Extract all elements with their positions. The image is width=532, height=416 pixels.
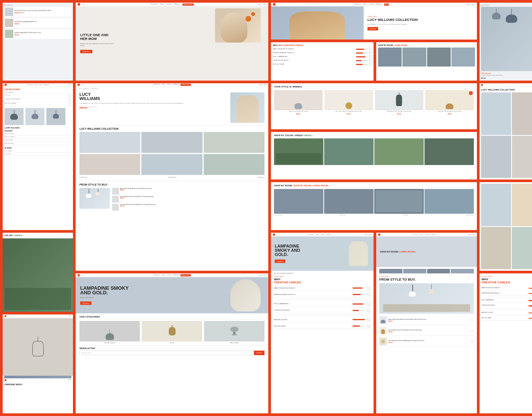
color-heading: SHOP BY COLOR: GREEN GREEN › — [274, 134, 474, 137]
card-top-center: Search ComponentsLampsLocationsMagazine … — [76, 3, 268, 81]
card-shop-room-teaser: SHOP BY ROOM: LIVING ROOM › — [376, 42, 477, 81]
card-from-style-full: Creative Cables FROM STYLE TO BUY. — [376, 273, 477, 413]
hero-cta[interactable]: Read More — [80, 50, 92, 53]
card-bottom-center-lampadine: Search ComponentsLampsLocationsMagazineB… — [76, 273, 268, 413]
lampadine-title: LAMPADINE SMOKY AND GOLD. — [275, 244, 309, 257]
tiny-nav-1: Build — [3, 378, 73, 382]
lampadine-nav: ComponentsLampsLocationsMagazine Log In … — [271, 233, 374, 237]
from-style-heading: FROM STYLE TO BUY. — [79, 183, 264, 186]
cat-table-lamps: TABLE LAMPS — [204, 342, 264, 344]
cat-bulbs: BULBS — [142, 342, 202, 344]
lucy-name: LUCYWILLIAMS — [79, 92, 227, 101]
sidebar-nav-bar: Components Lamps Locations Magazine Cart — [3, 83, 73, 87]
lampadine-btn[interactable]: Buy Now — [275, 260, 285, 263]
room-heading: SHOP BY ROOM: SHOP BY ROOM: LIVING ROOM … — [274, 184, 474, 187]
card-top-right: Best Sellers 10% discount Nordic Pendant… — [480, 3, 532, 81]
shop-room-nav: ComponentsLampsLocationsMagazine Log In … — [376, 233, 477, 237]
card-why-creative-full: Creative Cables WHYCREATIVE CABLES: FAMI… — [271, 273, 374, 413]
card-lucy-williams-page: Search ComponentsLampsLocationsMagazineB… — [76, 83, 268, 271]
card-style-minimal: YOUR STYLE IS: MINIMAL Loftframe Lupe 60… — [271, 83, 477, 129]
card-lucy-williams-hero: ComponentsLampsLocationsMagazineBuild Lo… — [271, 3, 477, 40]
card-why-creative-mini: WHY WHY CREATIVE CABLES: FAMILY PRODUCED… — [271, 42, 374, 81]
cat-pendant: PENDANT CABLES — [79, 342, 140, 344]
card-tiny-bottom-1: Build LAMPADINE SMOKY — [3, 378, 73, 413]
card-shop-room-living: SHOP BY ROOM: SHOP BY ROOM: LIVING ROOM … — [271, 182, 477, 230]
lucy-collection-title: LUCY WILLIAMS COLLECTION — [367, 18, 473, 22]
card-why-creative-right: Creative Cables WHYCREATIVE CABLES: FAMI… — [480, 273, 532, 413]
hero-title: LITTLE ONE AND HER MOM — [80, 33, 114, 41]
tr-nav: Best Sellers — [480, 83, 532, 87]
card-shop-color-green: SHOP BY COLOR: GREEN GREEN › — [271, 132, 477, 179]
lampadine-hero-title: LAMPADINE SMOKYAND GOLD. — [80, 286, 129, 295]
lampadine-bottom-nav: Search ComponentsLampsLocationsMagazineB… — [76, 273, 268, 277]
lucy-page-nav: Search ComponentsLampsLocationsMagazineB… — [76, 83, 268, 87]
nav-top-center: Search ComponentsLampsLocationsMagazine … — [76, 3, 268, 6]
page-wrapper: New Arrivals Nordic Tables Fabric covere… — [0, 0, 532, 416]
style-heading: YOUR STYLE IS: MINIMAL — [274, 86, 474, 88]
card-kitchen-categories — [480, 182, 532, 271]
card-product-list-top-left: New Arrivals Nordic Tables Fabric covere… — [3, 3, 73, 81]
nav-lucy: ComponentsLampsLocationsMagazineBuild Lo… — [271, 3, 477, 6]
card-sidebar-nav: Components Lamps Locations Magazine Cart… — [3, 83, 73, 230]
lucy-collection-heading: LUCY WILLIAMS COLLECTION — [79, 127, 264, 130]
card-bottom-left-2: Build — [3, 314, 73, 376]
card-top-right-lucy: Best Sellers LUCY WILLIAMS COLLECTION — [480, 83, 532, 179]
lucy-cta-btn[interactable]: Buy Now — [367, 27, 378, 30]
lampadine-hero-btn[interactable]: Buy Now — [80, 301, 92, 305]
bl2-nav: Build — [3, 314, 73, 318]
card-color-green-partial: COLOR: GREEN › — [3, 233, 73, 311]
newsletter-btn[interactable]: Subscribe — [254, 351, 264, 355]
